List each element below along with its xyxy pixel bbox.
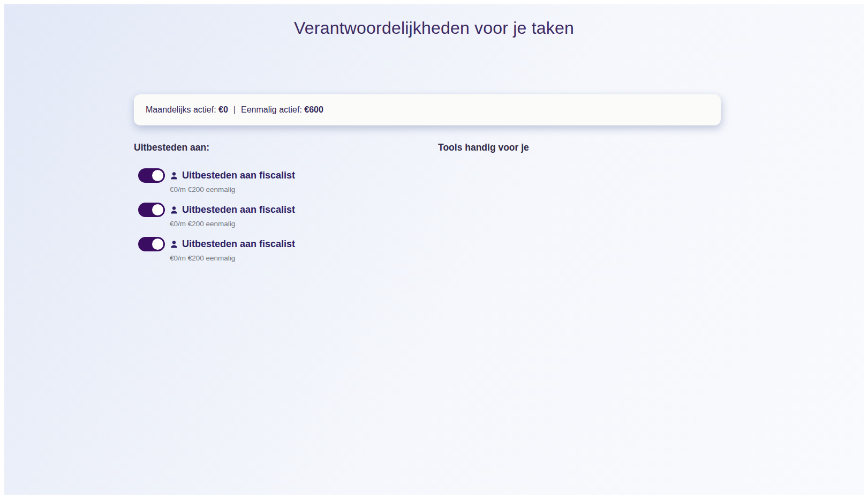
- outsource-label: Uitbesteden aan fiscalist: [182, 237, 295, 251]
- outsource-row-body: Uitbesteden aan fiscalist €0/m €200 eenm…: [170, 168, 295, 193]
- monthly-active-value: €0: [218, 105, 228, 115]
- one-time-active-value: €600: [304, 105, 323, 115]
- toggle-knob: [152, 170, 163, 181]
- one-time-active-label: Eenmalig actief:: [241, 105, 304, 115]
- summary-separator: |: [233, 105, 236, 115]
- outsource-row-label-line: Uitbesteden aan fiscalist: [170, 168, 295, 183]
- tools-column-heading: Tools handig voor je: [438, 142, 721, 153]
- outsource-row: Uitbesteden aan fiscalist €0/m €200 eenm…: [138, 203, 427, 228]
- person-icon: [170, 172, 178, 180]
- person-icon: [170, 206, 178, 214]
- outsource-label: Uitbesteden aan fiscalist: [182, 203, 295, 217]
- toggle-knob: [152, 239, 163, 250]
- toggle-knob: [152, 204, 163, 215]
- outsource-label: Uitbesteden aan fiscalist: [182, 168, 295, 183]
- outsource-column: Uitbesteden aan: Uitbesteden aan fiscali…: [134, 142, 427, 271]
- outsource-price: €0/m €200 eenmalig: [170, 254, 295, 262]
- person-icon: [170, 240, 178, 249]
- tools-column: Tools handig voor je: [427, 142, 721, 271]
- outsource-row-label-line: Uitbesteden aan fiscalist: [170, 237, 295, 251]
- outsource-toggle-2[interactable]: [138, 203, 165, 217]
- outsource-row-body: Uitbesteden aan fiscalist €0/m €200 eenm…: [170, 203, 295, 228]
- outsource-row: Uitbesteden aan fiscalist €0/m €200 eenm…: [138, 168, 427, 193]
- page-title: Verantwoordelijkheden voor je taken: [4, 4, 864, 38]
- outsource-toggle-3[interactable]: [138, 237, 165, 251]
- outsource-row: Uitbesteden aan fiscalist €0/m €200 eenm…: [138, 237, 427, 262]
- outsource-row-body: Uitbesteden aan fiscalist €0/m €200 eenm…: [170, 237, 295, 262]
- outsource-price: €0/m €200 eenmalig: [170, 185, 295, 193]
- outsource-price: €0/m €200 eenmalig: [170, 220, 295, 228]
- monthly-active-label: Maandelijks actief:: [146, 105, 218, 115]
- cost-summary-bar: Maandelijks actief: €0|Eenmalig actief: …: [134, 94, 721, 125]
- outsource-column-heading: Uitbesteden aan:: [134, 142, 427, 153]
- content-column: Maandelijks actief: €0|Eenmalig actief: …: [134, 94, 721, 271]
- page-background: Verantwoordelijkheden voor je taken Maan…: [4, 4, 864, 495]
- outsource-toggle-1[interactable]: [138, 168, 165, 183]
- outsource-row-label-line: Uitbesteden aan fiscalist: [170, 203, 295, 217]
- columns-container: Uitbesteden aan: Uitbesteden aan fiscali…: [134, 142, 721, 271]
